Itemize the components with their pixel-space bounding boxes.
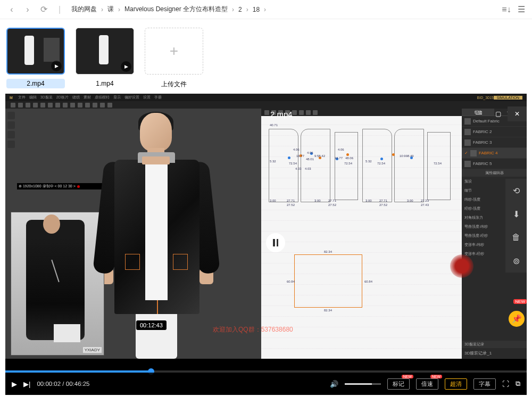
md-menus: 文件编辑3D服装2D板片缝纫素材虚拟模特显示偏好设置设置手册 (18, 95, 477, 100)
md-menubar: M 文件编辑3D服装2D板片缝纫素材虚拟模特显示偏好设置设置手册 BID_301… (5, 94, 527, 101)
quality-button[interactable]: 超清 (445, 378, 467, 390)
minimize-icon[interactable]: ― (469, 106, 488, 121)
3d-viewport: ⊕ 1920x1080 录制中 < 00 12 30 > YXIADY (5, 109, 261, 359)
play-button[interactable]: ▶ (12, 380, 17, 388)
separator: | (53, 3, 66, 16)
video-title-overlay: 2.mp4 (270, 110, 293, 119)
video-player: M 文件编辑3D服装2D板片缝纫素材虚拟模特显示偏好设置设置手册 BID_301… (5, 94, 527, 395)
nav-refresh[interactable]: ⟳ (37, 3, 50, 16)
file-item-1[interactable]: ✓▶ 2.mp4 (6, 28, 65, 90)
avatar-3d (109, 113, 263, 358)
crumb-2[interactable]: Marvelous Designer 全方位布料造型 (124, 5, 228, 14)
upload-label: 上传文件 (145, 79, 203, 90)
selected-pattern (294, 254, 362, 308)
next-button[interactable]: ▶| (23, 380, 30, 388)
breadcrumb-bar: ‹ › ⟳ | 我的网盘› 课› Marvelous Designer 全方位布… (0, 0, 532, 19)
watermark-text: 欢迎加入QQ群：537638680 (213, 325, 293, 334)
volume-slider[interactable] (345, 383, 381, 385)
sort-icon[interactable]: ≡↓ (501, 4, 512, 15)
md-toolbar (5, 101, 527, 109)
maximize-icon[interactable]: ▢ (488, 106, 508, 121)
time-display: 00:00:02 / 00:46:25 (37, 381, 89, 387)
recording-bar: ⊕ 1920x1080 录制中 < 00 12 30 > (17, 183, 107, 189)
crumb-root[interactable]: 我的网盘 (71, 5, 97, 14)
player-controls: ▶ ▶| 00:00:02 / 00:46:25 🔊 标记NEW 倍速NEW 超… (5, 373, 527, 395)
reference-image: YXIADY (11, 212, 104, 356)
md-logo: M (10, 96, 13, 100)
nav-forward[interactable]: › (21, 3, 34, 16)
crumb-3[interactable]: 2 (238, 6, 242, 13)
play-icon: ▶ (121, 61, 131, 72)
mark-button[interactable]: 标记NEW (387, 378, 410, 390)
nav-back[interactable]: ‹ (5, 3, 18, 16)
share-icon[interactable]: ⟲ (505, 179, 527, 202)
pip-icon[interactable]: ⧉ (516, 380, 520, 388)
project-id: BID_3015 (477, 96, 494, 100)
volume-icon[interactable]: 🔊 (330, 380, 338, 388)
window-controls: ― ▢ ✕ (469, 106, 527, 121)
play-icon: ▶ (51, 61, 62, 71)
file-item-2[interactable]: ▶ 1.mp4 (76, 28, 134, 90)
pause-button[interactable] (266, 233, 285, 252)
time-tooltip: 00:12:43 (136, 320, 167, 330)
pin-button[interactable]: 📌 (509, 311, 525, 327)
file-name: 1.mp4 (76, 79, 134, 88)
video-content[interactable]: M 文件编辑3D服装2D板片缝纫素材虚拟模特显示偏好设置设置手册 BID_301… (5, 94, 527, 359)
close-icon[interactable]: ✕ (508, 106, 527, 121)
download-icon[interactable]: ⬇ (505, 202, 527, 226)
subtitle-button[interactable]: 字幕 (473, 378, 496, 390)
crumb-1[interactable]: 课 (107, 5, 114, 14)
upload-file[interactable]: + 上传文件 (145, 28, 203, 90)
3d-tools (7, 112, 15, 148)
crumb-4[interactable]: 18 (253, 6, 260, 13)
speed-button[interactable]: 倍速NEW (416, 378, 438, 390)
new-badge: NEW (513, 299, 527, 304)
file-grid: ✓▶ 2.mp4 ▶ 1.mp4 + 上传文件 (0, 19, 532, 98)
plus-icon: + (170, 43, 178, 60)
simulation-badge: SIMULATION (494, 96, 522, 100)
fullscreen-icon[interactable]: ⛶ (502, 380, 509, 388)
list-view-icon[interactable]: ☰ (516, 4, 527, 15)
delete-icon[interactable]: 🗑 (505, 226, 527, 249)
2d-pattern-viewport: 40.715.32 4.0616.7772.54 4.0648.014.034.… (261, 109, 462, 359)
cursor-highlight (450, 254, 473, 278)
settings-icon[interactable]: ⊚ (505, 249, 527, 273)
breadcrumb: 我的网盘› 课› Marvelous Designer 全方位布料造型› 2› … (69, 5, 501, 14)
side-toolbar: ⟲ ⬇ 🗑 ⊚ (505, 179, 527, 273)
file-name: 2.mp4 (6, 79, 65, 88)
